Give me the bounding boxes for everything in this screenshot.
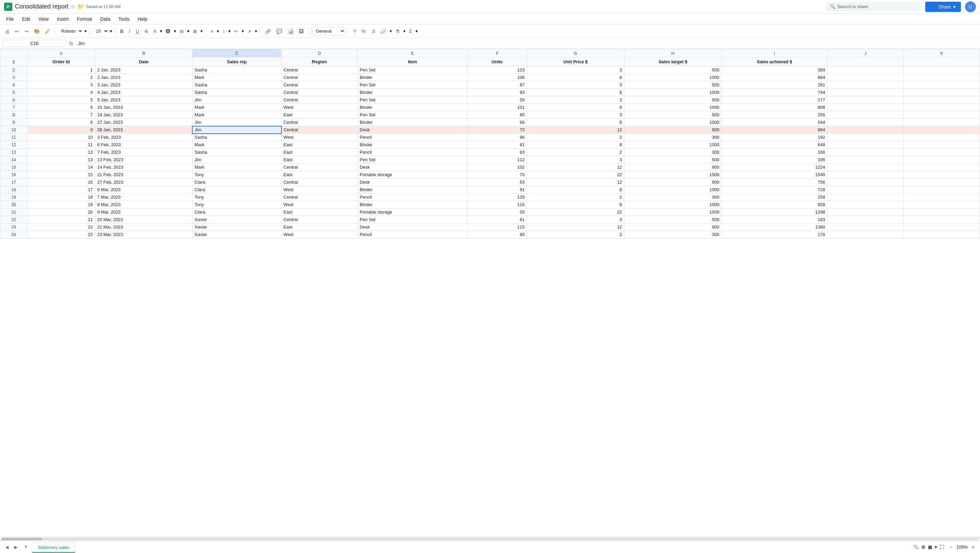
text-color-btn[interactable]: A: [151, 27, 158, 35]
cell-region[interactable]: East: [282, 171, 358, 178]
menu-format[interactable]: Format: [73, 15, 95, 23]
cell-date[interactable]: 6 Feb, 2023: [95, 141, 192, 149]
undo-btn[interactable]: ↩: [13, 27, 21, 35]
cell-sales-achieved[interactable]: 183: [722, 216, 827, 224]
strikethrough-btn[interactable]: S: [143, 27, 150, 35]
cell-units[interactable]: 59: [468, 96, 527, 104]
cell-date[interactable]: 7 Feb, 2023: [95, 149, 192, 156]
cell-date[interactable]: 13 Feb, 2023: [95, 156, 192, 164]
cell-units[interactable]: 68: [468, 119, 527, 126]
cell-region[interactable]: Central: [282, 216, 358, 224]
cell-unit-price[interactable]: 2: [527, 133, 624, 141]
cell-sales-rep[interactable]: Clara: [192, 178, 281, 186]
row-num-23[interactable]: 23: [0, 224, 27, 231]
table-row[interactable]: 222120 Mar, 2023XavierCentralPen Set6135…: [0, 216, 980, 224]
sheet-tab-stationery-sales[interactable]: Stationery sales: [32, 542, 75, 553]
cell-j[interactable]: [827, 216, 904, 224]
star-icon[interactable]: ☆: [70, 3, 75, 10]
cell-order-id[interactable]: 5: [27, 96, 95, 104]
cell-unit-price[interactable]: 8: [527, 89, 624, 96]
redo-btn[interactable]: ↪: [22, 27, 30, 35]
cell-item[interactable]: Pen Set: [358, 156, 468, 164]
cell-sales-target[interactable]: 1000: [624, 186, 721, 194]
cell-j[interactable]: [827, 104, 904, 111]
cell-sales-achieved[interactable]: 1380: [722, 224, 827, 231]
cell-j[interactable]: [827, 96, 904, 104]
full-screen-icon[interactable]: ⛶: [940, 545, 944, 550]
cell-k[interactable]: [904, 149, 980, 156]
cell-j[interactable]: [827, 156, 904, 164]
cell-date[interactable]: 21 Mar, 2023: [95, 224, 192, 231]
cell-sales-achieved[interactable]: 864: [722, 126, 827, 133]
cell-sales-rep[interactable]: Sasha: [192, 89, 281, 96]
underline-btn[interactable]: U: [134, 27, 141, 35]
col-header-f[interactable]: F: [468, 49, 527, 57]
cell-k[interactable]: [904, 133, 980, 141]
font-size-selector[interactable]: 10: [92, 27, 108, 35]
cell-j[interactable]: [827, 141, 904, 149]
table-row[interactable]: 9827 Jan, 2023JimCentralBinder6881000544: [0, 119, 980, 126]
cell-j[interactable]: [827, 224, 904, 231]
cell-j[interactable]: [827, 126, 904, 133]
cell-date[interactable]: 4 Jan, 2023: [95, 89, 192, 96]
cell-k[interactable]: [904, 89, 980, 96]
table-row[interactable]: 544 Jan, 2023SashaCentralBinder938100074…: [0, 89, 980, 96]
cell-unit-price[interactable]: 3: [527, 216, 624, 224]
table-row[interactable]: 161521 Feb, 2023TonyEastPortable storage…: [0, 171, 980, 178]
col-header-d[interactable]: D: [282, 49, 358, 57]
nav-right-arrow[interactable]: ▶: [11, 543, 20, 551]
h-scrollbar-area[interactable]: [0, 537, 980, 541]
cell-k[interactable]: [904, 231, 980, 238]
explore-icon[interactable]: 🔍: [913, 545, 919, 550]
cell-k[interactable]: [904, 178, 980, 186]
cell-k[interactable]: [904, 194, 980, 201]
cell-order-id[interactable]: 11: [27, 141, 95, 149]
cell-sales-target[interactable]: 300: [624, 231, 721, 238]
cell-date[interactable]: 20 Mar, 2023: [95, 216, 192, 224]
cell-sales-achieved[interactable]: 336: [722, 156, 827, 164]
table-row[interactable]: 18176 Mar, 2023ClaraWestBinder9181000728: [0, 186, 980, 194]
cell-unit-price[interactable]: 22: [527, 208, 624, 216]
table-row[interactable]: 10928 Jan, 2023JimCentralDesk7212900864: [0, 126, 980, 133]
cell-sales-target[interactable]: 1000: [624, 119, 721, 126]
filter-btn[interactable]: ⚗: [393, 27, 402, 35]
cell-unit-price[interactable]: 2: [527, 231, 624, 238]
cell-order-id[interactable]: 17: [27, 186, 95, 194]
cell-date[interactable]: 5 Jan, 2023: [95, 96, 192, 104]
cell-order-id[interactable]: 9: [27, 126, 95, 133]
cell-sales-achieved[interactable]: 1224: [722, 164, 827, 171]
h-scrollbar-thumb[interactable]: [2, 538, 42, 540]
cell-sales-target[interactable]: 1000: [624, 201, 721, 208]
table-row[interactable]: 322 Jan, 2023MarkCentralBinder1088100086…: [0, 74, 980, 81]
cell-unit-price[interactable]: 3: [527, 156, 624, 164]
cell-sales-rep[interactable]: Jim: [192, 156, 281, 164]
merge-btn[interactable]: ⊠: [191, 27, 199, 35]
cell-region[interactable]: West: [282, 186, 358, 194]
cell-sales-achieved[interactable]: 544: [722, 119, 827, 126]
col-header-j[interactable]: J: [827, 49, 904, 57]
table-row[interactable]: 212 Jan, 2023SashaCentralPen Set12335003…: [0, 66, 980, 74]
font-selector[interactable]: Roboto: [58, 27, 83, 35]
valign-btn[interactable]: ↕: [221, 27, 227, 35]
cell-sales-achieved[interactable]: 166: [722, 149, 827, 156]
col-header-k[interactable]: K: [904, 49, 980, 57]
table-row[interactable]: 151414 Feb, 2023MarkCentralDesk102129001…: [0, 164, 980, 171]
cell-k[interactable]: [904, 224, 980, 231]
cell-sales-target[interactable]: 1000: [624, 74, 721, 81]
format-type-selector[interactable]: General: [311, 27, 345, 35]
add-sheet-button[interactable]: +: [21, 542, 30, 552]
cell-k[interactable]: [904, 119, 980, 126]
menu-view[interactable]: View: [35, 15, 52, 23]
cell-item[interactable]: Portable storage: [358, 208, 468, 216]
cell-unit-price[interactable]: 3: [527, 111, 624, 119]
cell-k[interactable]: [904, 74, 980, 81]
cell-date[interactable]: 9 Mar, 2023: [95, 208, 192, 216]
cell-sales-rep[interactable]: Xavier: [192, 224, 281, 231]
cell-date[interactable]: 18 Jan, 2023: [95, 111, 192, 119]
cell-order-id[interactable]: 6: [27, 104, 95, 111]
image-btn[interactable]: 🖼: [297, 27, 305, 35]
cell-j[interactable]: [827, 111, 904, 119]
cell-sales-target[interactable]: 900: [624, 224, 721, 231]
cell-order-id[interactable]: 8: [27, 119, 95, 126]
cell-item[interactable]: Binder: [358, 104, 468, 111]
